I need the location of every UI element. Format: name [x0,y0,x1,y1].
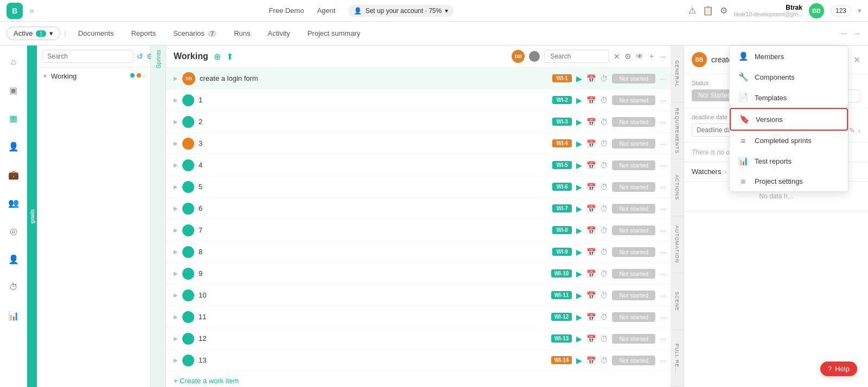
work-item-badge[interactable]: WI-9 [552,248,572,256]
tab-reports[interactable]: Reports [124,26,164,41]
goals-strip[interactable]: goals [27,46,37,387]
status-button[interactable]: Not started [612,225,655,235]
play-icon[interactable]: ▶ [576,313,582,321]
expand-icon[interactable]: ▶ [174,357,178,363]
sprints-strip[interactable]: Sprints [151,46,166,387]
sidebar-briefcase[interactable]: 💼 [4,165,23,184]
vert-tab-scene[interactable]: SCENE [671,273,684,330]
play-icon[interactable]: ▶ [576,334,582,343]
calendar-icon[interactable]: 📅 [586,269,596,278]
play-icon[interactable]: ▶ [576,74,582,83]
clock-icon[interactable]: ⏱ [600,183,608,191]
vert-tab-pullre[interactable]: PULL RE... [671,330,684,387]
play-icon[interactable]: ▶ [576,248,582,256]
work-item-badge[interactable]: WI-14 [551,356,572,364]
more-icon[interactable]: ··· [660,204,666,213]
calendar-icon[interactable]: 📅 [586,96,596,105]
logo[interactable]: B [7,3,23,19]
sidebar-calendar[interactable]: ▦ [4,108,23,128]
work-item-badge[interactable]: WI-10 [551,269,572,278]
play-icon[interactable]: ▶ [576,204,582,213]
clear-icon[interactable]: ✕ [614,52,620,61]
agent-link[interactable]: Agent [317,7,335,15]
work-item-title[interactable]: create a login form [200,74,548,82]
clock-icon[interactable]: ⏱ [600,161,608,170]
calendar-icon[interactable]: 📅 [586,204,596,213]
work-item-title[interactable]: 11 [199,313,547,321]
reset-icon[interactable]: ↺ [137,52,143,61]
status-button[interactable]: Not started [612,291,655,300]
work-item-title[interactable]: 9 [199,269,547,278]
filter-icon[interactable]: ⚙ [624,52,631,61]
play-icon[interactable]: ▶ [576,226,582,235]
clock-icon[interactable]: ⏱ [600,356,608,365]
add-member-btn[interactable]: ⊕ [214,51,221,62]
clock-icon[interactable]: ⏱ [600,74,608,83]
vert-tab-actions[interactable]: ACTIONS [671,159,684,216]
clock-icon[interactable]: ⏱ [600,139,608,148]
user-avatar[interactable]: BB [809,3,824,18]
menu-item-members[interactable]: 👤 Members [730,46,848,67]
work-item-badge[interactable]: WI-7 [552,204,572,212]
more-icon[interactable]: ··· [660,118,666,126]
nav-right-arrow[interactable]: → [853,29,861,38]
clock-icon[interactable]: ⏱ [600,204,608,213]
more-icon[interactable]: ··· [660,356,666,365]
work-item-badge[interactable]: WI-5 [552,161,572,169]
tab-activity[interactable]: Activity [260,26,298,41]
plus-icon[interactable]: ＋ [648,51,655,61]
more-icon[interactable]: ··· [660,52,666,61]
calendar-icon[interactable]: 📅 [586,118,596,126]
sidebar-clock[interactable]: ⏱ [4,278,23,297]
status-button[interactable]: Not started [612,139,655,149]
more-icon[interactable]: ··· [660,291,666,300]
sidebar-user-plus[interactable]: 👤 [4,249,23,269]
calendar-icon[interactable]: 📅 [586,74,596,83]
status-button[interactable]: Not started [612,356,655,365]
settings-icon[interactable]: ⚙ [720,5,727,16]
work-item-title[interactable]: 2 [199,118,548,126]
expand-icon[interactable]: ▶ [174,292,178,298]
work-item-title[interactable]: 5 [199,183,548,191]
more-icon[interactable]: ··· [660,248,666,256]
work-item-title[interactable]: 8 [199,248,548,256]
calendar-icon[interactable]: 📅 [586,356,596,365]
status-button[interactable]: Not started [612,74,655,83]
menu-item-test-reports[interactable]: 📊 Test reports [730,151,848,171]
more-icon[interactable]: ··· [660,96,666,105]
play-icon[interactable]: ▶ [576,118,582,126]
expand-icon[interactable]: ▶ [174,162,178,168]
menu-item-templates[interactable]: 📄 Templates [730,87,848,108]
doc-icon[interactable]: 📋 [703,5,713,16]
calendar-icon[interactable]: 📅 [586,226,596,235]
more-icon[interactable]: ··· [660,161,666,170]
alert-icon[interactable]: ⚠ [688,5,696,16]
work-item-title[interactable]: 12 [199,334,547,343]
working-row[interactable]: ▼ Working › [37,68,150,85]
calendar-icon[interactable]: 📅 [586,248,596,256]
work-item-title[interactable]: 7 [199,226,548,234]
menu-item-completed-sprints[interactable]: ≡ Completed sprints [730,131,848,151]
status-button[interactable]: Not started [612,312,655,322]
expand-icon[interactable]: ▶ [174,75,178,81]
more-icon[interactable]: ··· [660,334,666,343]
notification-badge[interactable]: 123 [831,5,851,16]
play-icon[interactable]: ▶ [576,291,582,300]
status-button[interactable]: Not started [612,160,655,170]
vert-tab-general[interactable]: GENERAL [671,46,684,102]
work-item-badge[interactable]: WI-6 [552,183,572,191]
work-item-badge[interactable]: WI-12 [551,313,572,321]
play-icon[interactable]: ▶ [576,183,582,191]
work-item-title[interactable]: 6 [199,204,548,212]
help-button[interactable]: ? Help [820,362,857,376]
nav-left-arrow[interactable]: ← [840,29,848,38]
create-work-item[interactable]: + Create a work item [166,371,674,387]
work-item-badge[interactable]: WI-4 [552,139,572,147]
edit-icon[interactable]: ✎ [849,126,855,134]
clock-icon[interactable]: ⏱ [600,334,608,343]
status-button[interactable]: Not started [612,182,655,192]
calendar-icon[interactable]: 📅 [586,334,596,343]
more-icon[interactable]: ··· [660,74,666,83]
active-filter[interactable]: Active 1 ▾ [7,27,60,40]
clock-icon[interactable]: ⏱ [600,248,608,256]
